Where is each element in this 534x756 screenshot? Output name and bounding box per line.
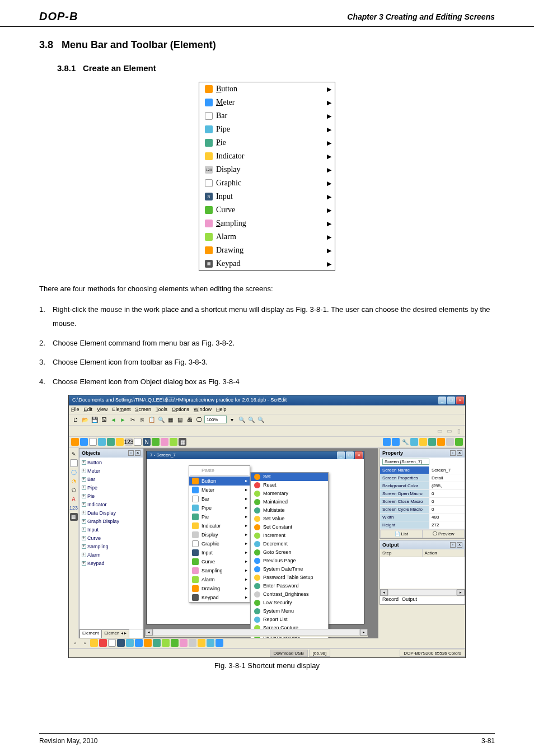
- element-menu-item[interactable]: Indicator▶: [199, 150, 335, 163]
- workspace[interactable]: 7 - Screen_7 _ □ × Paste Button▸Meter▸Ba…: [143, 448, 378, 638]
- sub-item[interactable]: System Menu: [251, 607, 328, 615]
- bt-icon[interactable]: [135, 639, 143, 647]
- display-icon[interactable]: 123: [125, 438, 133, 446]
- menu-view[interactable]: View: [97, 407, 107, 412]
- tab-record[interactable]: Record: [382, 596, 399, 604]
- property-object-select[interactable]: Screen {Screen_7}: [380, 458, 465, 466]
- pencil-icon[interactable]: ✎: [70, 450, 78, 458]
- ctx-item-input[interactable]: Input▸: [189, 548, 250, 557]
- element-menu-item[interactable]: Drawing▶: [199, 244, 335, 257]
- element-menu-item[interactable]: Sampling▶: [199, 217, 335, 230]
- sub-item[interactable]: Enter Password: [251, 582, 328, 590]
- property-row[interactable]: Screen Open Macro0: [380, 490, 465, 498]
- panel-pin-icon[interactable]: ▫: [450, 450, 456, 456]
- zoom-select[interactable]: 100%: [204, 416, 227, 423]
- ctx-item-keypad[interactable]: Keypad▸: [189, 593, 250, 602]
- bt-icon[interactable]: ▫: [71, 639, 79, 647]
- bt-icon[interactable]: [189, 639, 196, 647]
- sub-item[interactable]: Set: [251, 473, 328, 481]
- text-icon[interactable]: A: [70, 495, 78, 503]
- property-row[interactable]: Screen NameScreen_7: [380, 466, 465, 474]
- meter-icon[interactable]: [80, 438, 88, 446]
- cut-icon[interactable]: ✂: [128, 416, 137, 424]
- back-icon[interactable]: ◄: [109, 416, 118, 424]
- bt-icon[interactable]: [144, 639, 152, 647]
- objects-list[interactable]: ButtonMeterBarPipePieIndicatorData Displ…: [79, 458, 143, 629]
- sub-item[interactable]: Password Table Setup: [251, 573, 328, 582]
- zoom-out-icon[interactable]: 🔍: [247, 416, 255, 424]
- objects-item[interactable]: Button: [82, 459, 143, 467]
- scroll-left-button[interactable]: ◂: [145, 629, 153, 636]
- objects-item[interactable]: Alarm: [82, 551, 143, 559]
- element-menu-item[interactable]: Meter▶: [199, 96, 335, 109]
- button-icon[interactable]: [71, 438, 79, 446]
- menu-help[interactable]: Help: [216, 407, 227, 412]
- ctx-item-meter[interactable]: Meter▸: [189, 486, 250, 494]
- menu-tools[interactable]: Tools: [156, 407, 167, 412]
- child-minimize-button[interactable]: _: [337, 451, 345, 459]
- bt-icon[interactable]: [126, 639, 134, 647]
- property-row[interactable]: Screen PropertiesDetail: [380, 474, 465, 482]
- ctx-item-indicator[interactable]: Indicator▸: [189, 521, 250, 530]
- element-menu-item[interactable]: Alarm▶: [199, 230, 335, 244]
- bt-icon[interactable]: [108, 639, 116, 647]
- tool-icon[interactable]: [419, 438, 427, 446]
- tab-preview[interactable]: 🖵 Preview: [423, 530, 465, 538]
- sub-item[interactable]: Low Security: [251, 599, 328, 607]
- element-menu-item[interactable]: Button▶: [199, 82, 335, 96]
- element-menu-item[interactable]: Pie▶: [199, 136, 335, 150]
- sub-item[interactable]: Report List: [251, 615, 328, 624]
- menu-file[interactable]: File: [71, 407, 79, 412]
- tool-icon[interactable]: [428, 438, 436, 446]
- scroll-track[interactable]: [153, 629, 360, 636]
- scroll-right-button[interactable]: ▸: [360, 629, 368, 636]
- scroll-left-button[interactable]: ◂: [380, 589, 388, 596]
- tool-icon[interactable]: [392, 438, 400, 446]
- ctx-item-pie[interactable]: Pie▸: [189, 512, 250, 521]
- property-grid[interactable]: Screen NameScreen_7Screen PropertiesDeta…: [380, 466, 465, 529]
- ctx-item-display[interactable]: Display▸: [189, 530, 250, 539]
- tab-element2[interactable]: Elemen ◂ ▸: [101, 629, 129, 638]
- element-menu-item[interactable]: ▦Keypad▶: [199, 257, 335, 270]
- bt-icon[interactable]: [162, 639, 170, 647]
- sub-item[interactable]: Set Value: [251, 515, 328, 523]
- align-icon[interactable]: ▭: [445, 427, 453, 435]
- screen-icon[interactable]: 🖵: [195, 416, 203, 424]
- ungroup-icon[interactable]: ▨: [176, 416, 184, 424]
- objects-item[interactable]: Sampling: [82, 543, 143, 551]
- print-icon[interactable]: 🖶: [185, 416, 194, 424]
- panel-close-icon[interactable]: ×: [135, 450, 140, 456]
- horizontal-scrollbar[interactable]: ◂ ▸: [145, 629, 368, 637]
- sub-item[interactable]: Reset: [251, 481, 328, 489]
- menu-window[interactable]: Window: [194, 407, 212, 412]
- objects-item[interactable]: Graph Display: [82, 517, 143, 526]
- child-close-button[interactable]: ×: [355, 451, 363, 459]
- bt-icon[interactable]: [171, 639, 179, 647]
- col-action[interactable]: Action: [423, 549, 465, 557]
- align-icon[interactable]: ▯: [455, 427, 463, 435]
- tool-icon[interactable]: [446, 438, 454, 446]
- open-file-icon[interactable]: 📂: [81, 416, 89, 424]
- sub-item[interactable]: Set Constant: [251, 523, 328, 531]
- property-row[interactable]: Screen Close Macro0: [380, 498, 465, 506]
- ctx-item-bar[interactable]: Bar▸: [189, 494, 250, 503]
- objects-item[interactable]: Keypad: [82, 559, 143, 568]
- circle-icon[interactable]: ◯: [70, 468, 78, 476]
- objects-item[interactable]: Pipe: [82, 484, 143, 492]
- bt-icon[interactable]: [180, 639, 188, 647]
- new-file-icon[interactable]: 🗋: [71, 416, 79, 424]
- alarm-icon[interactable]: [170, 438, 177, 446]
- objects-item[interactable]: Meter: [82, 467, 143, 475]
- sub-item[interactable]: Goto Screen: [251, 548, 328, 557]
- scroll-right-button[interactable]: ▸: [457, 589, 465, 596]
- ctx-item-curve[interactable]: Curve▸: [189, 557, 250, 566]
- element-menu-item[interactable]: NInput▶: [199, 190, 335, 203]
- bt-icon[interactable]: [207, 639, 214, 647]
- curve-icon[interactable]: [152, 438, 160, 446]
- fwd-icon[interactable]: ►: [119, 416, 127, 424]
- sub-item[interactable]: Contrast_Brightness: [251, 590, 328, 599]
- ctx-item-drawing[interactable]: Drawing▸: [189, 584, 250, 593]
- property-row[interactable]: Width480: [380, 514, 465, 521]
- property-row[interactable]: Background Color(255,: [380, 482, 465, 490]
- objects-item[interactable]: Pie: [82, 492, 143, 501]
